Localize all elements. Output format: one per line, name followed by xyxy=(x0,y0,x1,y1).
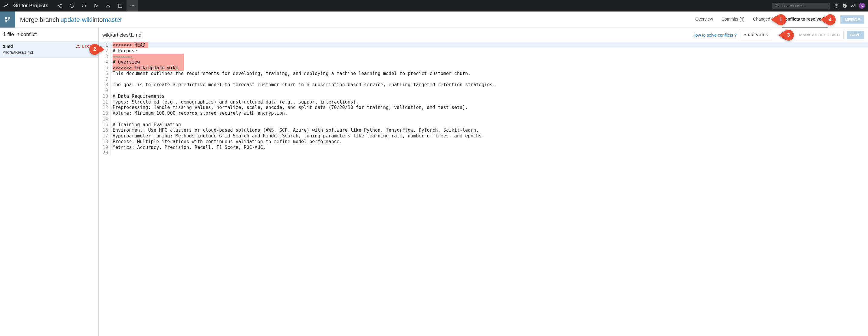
code-text-cell[interactable]: Process: Multiple iterations with contin… xyxy=(111,139,868,145)
code-text-cell[interactable] xyxy=(111,116,868,122)
code-text-cell[interactable]: # Overview xyxy=(111,59,868,65)
more-icon[interactable] xyxy=(126,0,138,11)
code-line[interactable]: 10# Data Requirements xyxy=(99,94,868,99)
line-number: 20 xyxy=(99,150,111,156)
conflict-marker-text[interactable]: # Overview xyxy=(113,59,184,65)
code-line[interactable]: 19Metrics: Accuracy, Precision, Recall, … xyxy=(99,145,868,150)
share-icon[interactable] xyxy=(54,0,65,11)
code-text-cell[interactable]: Preprocessing: Handle missing values, no… xyxy=(111,105,868,111)
code-line[interactable]: 20 xyxy=(99,150,868,156)
conflict-marker-text[interactable]: ======= xyxy=(113,54,184,60)
tab-overview[interactable]: Overview xyxy=(695,11,713,28)
code-line[interactable]: 6This document outlines the requirements… xyxy=(99,71,868,77)
code-text-cell[interactable]: >>>>>>> fork/update-wiki xyxy=(111,65,868,71)
activity-icon[interactable] xyxy=(850,3,856,8)
help-icon[interactable]: ? xyxy=(842,3,847,8)
mark-resolved-button[interactable]: MARK AS RESOLVED xyxy=(795,31,843,39)
merge-subheader: Merge branch update-wiki into master Ove… xyxy=(0,11,868,28)
conflict-sidebar: 1 file in conflict 1.md wiki/articles/1.… xyxy=(0,28,99,336)
avatar[interactable]: K xyxy=(859,3,865,9)
code-line[interactable]: 3======= xyxy=(99,54,868,60)
code-line[interactable]: 18Process: Multiple iterations with cont… xyxy=(99,139,868,145)
flow-icon[interactable] xyxy=(66,0,78,11)
code-line[interactable]: 5>>>>>>> fork/update-wiki xyxy=(99,65,868,71)
code-text-cell[interactable] xyxy=(111,88,868,94)
conflict-file-entry[interactable]: 1.md wiki/articles/1.md 1 confli xyxy=(0,41,98,58)
code-text[interactable]: # Data Requirements xyxy=(113,94,165,99)
project-title[interactable]: Git for Projects xyxy=(13,3,49,8)
code-text[interactable]: Volume: Minimum 100,000 records stored s… xyxy=(113,111,287,116)
code-text-cell[interactable] xyxy=(111,77,868,82)
code-text-cell[interactable]: Types: Structured (e.g., demographics) a… xyxy=(111,99,868,105)
svg-point-21 xyxy=(835,7,836,7)
code-text[interactable]: Environment: Use HPC clusters or cloud-b… xyxy=(113,127,479,133)
svg-line-3 xyxy=(59,4,61,5)
code-line[interactable]: 8The goal is to create a predictive mode… xyxy=(99,82,868,88)
svg-point-10 xyxy=(130,5,131,6)
wiki-icon[interactable] xyxy=(115,0,126,11)
code-line[interactable]: 14 xyxy=(99,116,868,122)
code-text-cell[interactable]: Volume: Minimum 100,000 records stored s… xyxy=(111,111,868,116)
code-text-cell[interactable]: # Purpose xyxy=(111,48,868,54)
line-number: 4 xyxy=(99,59,111,65)
code-text[interactable]: # Training and Evaluation xyxy=(113,122,181,127)
code-line[interactable]: 11Types: Structured (e.g., demographics)… xyxy=(99,99,868,105)
tab-changed-files[interactable]: Changed fi xyxy=(753,11,774,28)
code-text[interactable]: This document outlines the requirements … xyxy=(113,71,471,76)
code-line[interactable]: 9 xyxy=(99,88,868,94)
apps-icon[interactable] xyxy=(834,3,839,8)
code-text-cell[interactable]: The goal is to create a predictive model… xyxy=(111,82,868,88)
code-line[interactable]: 7 xyxy=(99,77,868,82)
code-text-cell[interactable]: <<<<<<< HEAD xyxy=(111,42,868,48)
code-text-cell[interactable]: Metrics: Accuracy, Precision, Recall, F1… xyxy=(111,145,868,150)
help-link[interactable]: How to solve conflicts ? xyxy=(692,33,737,37)
merge-button[interactable]: MERGE xyxy=(840,16,864,24)
svg-point-1 xyxy=(61,4,61,5)
previous-button[interactable]: PREVIOUS xyxy=(740,31,772,39)
dataiku-bird-icon[interactable] xyxy=(3,3,9,9)
line-number: 10 xyxy=(99,94,111,99)
conflict-marker-text[interactable]: >>>>>>> fork/update-wiki xyxy=(113,65,184,71)
code-icon[interactable] xyxy=(78,0,90,11)
code-text[interactable]: Metrics: Accuracy, Precision, Recall, F1… xyxy=(113,145,266,150)
code-line[interactable]: 2# Purpose xyxy=(99,48,868,54)
code-text[interactable]: # Purpose xyxy=(113,48,137,54)
code-text-cell[interactable]: Hyperparameter Tuning: Methods include G… xyxy=(111,133,868,139)
annotation-4: 4 xyxy=(825,14,836,25)
code-text[interactable]: Process: Multiple iterations with contin… xyxy=(113,139,342,144)
line-number: 12 xyxy=(99,105,111,111)
code-line[interactable]: 12Preprocessing: Handle missing values, … xyxy=(99,105,868,111)
search-input[interactable] xyxy=(781,4,827,8)
code-editor[interactable]: 1<<<<<<< HEAD 2# Purpose3======= 4# Over… xyxy=(99,42,868,336)
play-icon[interactable] xyxy=(90,0,102,11)
code-text-cell[interactable]: # Data Requirements xyxy=(111,94,868,99)
svg-point-16 xyxy=(836,4,837,5)
code-line[interactable]: 1<<<<<<< HEAD xyxy=(99,42,868,48)
code-text[interactable]: The goal is to create a predictive model… xyxy=(113,82,495,88)
code-text[interactable]: Preprocessing: Handle missing values, no… xyxy=(113,105,468,110)
search-box[interactable] xyxy=(772,3,830,9)
code-text-cell[interactable]: Environment: Use HPC clusters or cloud-b… xyxy=(111,127,868,133)
editor-file-path: wiki/articles/1.md xyxy=(102,32,141,38)
code-line[interactable]: 17Hyperparameter Tuning: Methods include… xyxy=(99,133,868,139)
code-line[interactable]: 13Volume: Minimum 100,000 records stored… xyxy=(99,111,868,116)
code-line[interactable]: 16Environment: Use HPC clusters or cloud… xyxy=(99,127,868,133)
code-text-cell[interactable]: ======= xyxy=(111,54,868,60)
svg-point-20 xyxy=(837,5,838,6)
save-button[interactable]: SAVE xyxy=(847,31,864,39)
tab-commits[interactable]: Commits (4) xyxy=(721,11,745,28)
code-text-cell[interactable]: This document outlines the requirements … xyxy=(111,71,868,77)
code-line[interactable]: 15# Training and Evaluation xyxy=(99,122,868,128)
line-number: 7 xyxy=(99,77,111,82)
annotation-1: 1 xyxy=(775,14,786,25)
conflict-marker-text[interactable]: <<<<<<< HEAD xyxy=(113,42,148,48)
source-branch-link[interactable]: update-wiki xyxy=(61,16,93,23)
code-text-cell[interactable] xyxy=(111,150,868,156)
code-text[interactable]: Hyperparameter Tuning: Methods include G… xyxy=(113,133,484,139)
code-text-cell[interactable]: # Training and Evaluation xyxy=(111,122,868,128)
svg-point-28 xyxy=(8,17,10,19)
target-branch-link[interactable]: master xyxy=(103,16,122,23)
code-line[interactable]: 4# Overview xyxy=(99,59,868,65)
deploy-icon[interactable] xyxy=(102,0,114,11)
code-text[interactable]: Types: Structured (e.g., demographics) a… xyxy=(113,99,359,105)
